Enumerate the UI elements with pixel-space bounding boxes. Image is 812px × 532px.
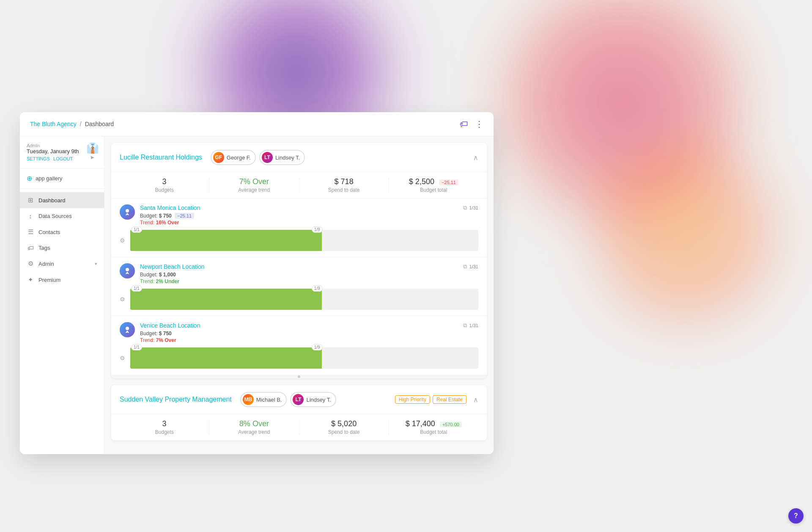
- bar-sm: 1/1 1/9: [130, 230, 322, 251]
- copy-icon-nb[interactable]: ⧉: [463, 263, 467, 270]
- breadcrumb-page: Dashboard: [85, 121, 114, 127]
- stat-2-badge: +570.00: [440, 422, 462, 427]
- avatar-lindsey2: LT: [293, 394, 304, 405]
- tags-icon: 🏷: [27, 244, 34, 251]
- sidebar-item-label: Data Sources: [38, 213, 97, 219]
- app-gallery-label: app gallery: [36, 175, 63, 182]
- gear-icon-sm[interactable]: ⚙: [120, 237, 125, 244]
- bar-mid-vb: 1/9: [312, 344, 323, 350]
- location-budget-newport: Budget: $ 1,000: [140, 272, 463, 278]
- admin-icon: ⚙: [27, 260, 34, 267]
- chevron-down-icon: ▾: [95, 261, 97, 267]
- app-gallery-item[interactable]: ⊕ app gallery: [20, 168, 104, 189]
- stat-2-spend: $ 5,020 Spend to date: [299, 419, 389, 435]
- svg-point-2: [126, 327, 129, 330]
- tag-icon[interactable]: 🏷: [460, 119, 468, 129]
- stat-spend-value: $ 718: [299, 177, 389, 186]
- location-name-santa-monica: Santa Monica Location: [140, 204, 463, 211]
- card-1-header: Lucille Restaurant Holdings GF George F.…: [111, 143, 487, 172]
- sidebar-item-premium[interactable]: ✦ Premium: [20, 272, 104, 288]
- svg-point-1: [126, 268, 129, 271]
- location-details-newport: Newport Beach Location Budget: $ 1,000 T…: [140, 263, 463, 284]
- stat-spend: $ 718 Spend to date: [299, 177, 389, 193]
- location-trend-venice: Trend: 7% Over: [140, 337, 463, 343]
- breadcrumb-sep: /: [80, 121, 82, 127]
- location-name-newport: Newport Beach Location: [140, 263, 463, 270]
- dashboard-icon: ⊞: [27, 196, 34, 204]
- copy-icon-vb[interactable]: ⧉: [463, 322, 467, 329]
- collapse-button-2[interactable]: ∧: [473, 396, 478, 404]
- location-budget-santa-monica: Budget: $ 750 −25.11: [140, 213, 463, 219]
- location-details-santa-monica: Santa Monica Location Budget: $ 750 −25.…: [140, 204, 463, 226]
- location-icon-newport: [120, 263, 135, 278]
- end-date-nb: 1/31: [469, 264, 478, 269]
- chart-nb: 1/1 1/9 $ 268: [130, 289, 478, 310]
- sidebar-item-admin[interactable]: ⚙ Admin ▾: [20, 256, 104, 272]
- end-date-sm: 1/31: [469, 205, 478, 210]
- location-icon-venice: [120, 322, 135, 337]
- user-chip-michael: MB Michael B.: [240, 392, 287, 407]
- stat-2-budget-total: $ 17,400 +570.00 Budget total: [389, 419, 478, 435]
- budget-badge-sm: −25.11: [175, 213, 194, 219]
- stat-2-budgets-value: 3: [120, 419, 209, 428]
- breadcrumb: The Bluth Agency / Dashboard: [30, 121, 460, 127]
- collapse-button-1[interactable]: ∧: [473, 154, 478, 162]
- user-chip-lindsey2: LT Lindsey T.: [290, 392, 336, 407]
- chart-wrapper-vb: ⚙ 1/1 1/9 $ 219: [120, 347, 478, 369]
- card-2-title: Sudden Valley Property Management: [120, 396, 232, 403]
- stat-2-budgets: 3 Budgets: [120, 419, 209, 435]
- sidebar-item-tags[interactable]: 🏷 Tags: [20, 240, 104, 256]
- stat-budgets-label: Budgets: [120, 187, 209, 193]
- sidebar-item-label: Tags: [38, 245, 97, 251]
- sidebar-item-dashboard[interactable]: ⊞ Dashboard: [20, 192, 104, 208]
- gear-icon-vb[interactable]: ⚙: [120, 355, 125, 361]
- stat-budget-total-label: Budget total: [389, 187, 478, 193]
- settings-link[interactable]: SETTINGS: [27, 156, 50, 161]
- expand-arrow[interactable]: ▶: [91, 155, 94, 160]
- bg-blob-pink: [474, 0, 770, 229]
- dashboard-card-2: Sudden Valley Property Management MB Mic…: [111, 385, 487, 441]
- sidebar-item-label: Premium: [38, 277, 97, 283]
- bar-mid-nb: 1/9: [312, 285, 323, 292]
- stat-2-budget-total-value: $ 17,400 +570.00: [389, 419, 478, 428]
- more-icon[interactable]: ⋮: [475, 119, 483, 129]
- location-name-venice: Venice Beach Location: [140, 322, 463, 329]
- bar-nb: 1/1 1/9: [130, 289, 322, 310]
- stat-budgets-value: 3: [120, 177, 209, 186]
- tag-high-priority: High Priority: [395, 395, 430, 404]
- dashboard-card-1: Lucille Restaurant Holdings GF George F.…: [111, 143, 487, 378]
- copy-icon-sm[interactable]: ⧉: [463, 204, 467, 211]
- breadcrumb-agency[interactable]: The Bluth Agency: [30, 121, 77, 127]
- chart-wrapper-nb: ⚙ 1/1 1/9 $ 268: [120, 289, 478, 310]
- sidebar-item-contacts[interactable]: ☰ Contacts: [20, 224, 104, 240]
- logout-link[interactable]: LOGOUT: [53, 156, 73, 161]
- app-body: Admin Tuesday, January 9th SETTINGS LOGO…: [20, 136, 494, 454]
- location-row-newport: Newport Beach Location Budget: $ 1,000 T…: [111, 257, 487, 316]
- end-date-vb: 1/31: [469, 323, 478, 328]
- bar-start-vb: 1/1: [131, 344, 142, 350]
- stat-trend-label: Average trend: [209, 187, 299, 193]
- user-name-george: George F.: [227, 154, 251, 161]
- location-details-venice: Venice Beach Location Budget: $ 750 Tren…: [140, 322, 463, 343]
- location-trend-santa-monica: Trend: 16% Over: [140, 220, 463, 226]
- sidebar-item-datasources[interactable]: ↕ Data Sources: [20, 208, 104, 224]
- location-icon-santa-monica: [120, 204, 135, 220]
- budget-badge: −25.11: [439, 179, 458, 185]
- card-2-header: Sudden Valley Property Management MB Mic…: [111, 385, 487, 414]
- user-name-lindsey2: Lindsey T.: [306, 397, 331, 403]
- gear-icon-nb[interactable]: ⚙: [120, 296, 125, 303]
- main-content: Lucille Restaurant Holdings GF George F.…: [104, 136, 494, 454]
- location-trend-newport: Trend: 2% Under: [140, 278, 463, 284]
- sidebar-item-label: Contacts: [38, 229, 97, 235]
- stat-spend-label: Spend to date: [299, 187, 389, 193]
- help-button[interactable]: ?: [788, 508, 804, 524]
- stat-trend-value: 7% Over: [209, 177, 299, 186]
- avatar-lindsey: LT: [262, 152, 273, 163]
- user-chip-george: GF George F.: [211, 150, 256, 165]
- bar-vb: 1/1 1/9: [130, 347, 322, 369]
- bar-start-nb: 1/1: [131, 285, 142, 292]
- avatar-george: GF: [213, 152, 224, 163]
- user-name-lindsey: Lindsey T.: [275, 154, 300, 161]
- stat-2-budget-total-label: Budget total: [389, 429, 478, 435]
- location-row-venice: Venice Beach Location Budget: $ 750 Tren…: [111, 316, 487, 375]
